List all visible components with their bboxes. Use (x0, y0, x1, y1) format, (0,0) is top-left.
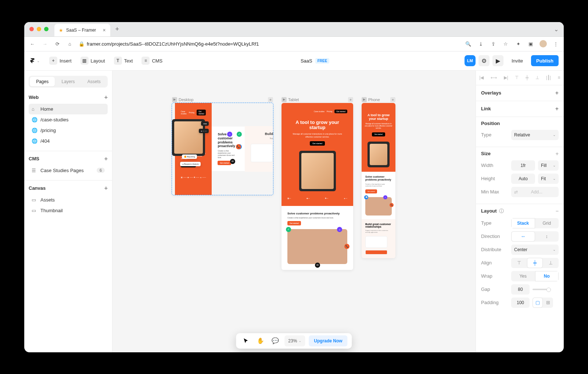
link-row[interactable]: Link+ (476, 101, 564, 117)
select-tool[interactable] (240, 335, 251, 346)
comment-tool[interactable]: 💬 (270, 335, 281, 346)
hand-tool[interactable]: ✋ (255, 335, 266, 346)
upgrade-button[interactable]: Upgrade Now (309, 335, 347, 346)
sidepanel-icon[interactable]: ▣ (527, 41, 534, 47)
frame-phone[interactable]: ▶Phone+ A tool to grow your startup Mana… (362, 96, 395, 258)
distribute-select[interactable]: Center⌄ (511, 245, 559, 255)
cms-row-case-studies[interactable]: ☰Case Studies Pages6 (29, 165, 108, 176)
distribute-v-icon[interactable]: ≡ (558, 75, 560, 80)
layout-stack-option[interactable]: Stack (511, 218, 535, 228)
page-row-home[interactable]: ⌂Home (29, 104, 108, 114)
overlays-row[interactable]: Overlays+ (476, 85, 564, 101)
collapse-layout-button[interactable]: − (556, 208, 559, 214)
publish-button[interactable]: Publish (531, 55, 559, 66)
url-field[interactable]: 🔒 framer.com/projects/SaaS--t8DOZ1CzUhHY… (79, 41, 259, 47)
add-link-button[interactable]: + (555, 106, 559, 112)
new-tab-button[interactable]: + (115, 25, 119, 33)
page-row-case-studies[interactable]: 🌐/case-studies (29, 114, 108, 125)
insert-button[interactable]: +Insert (46, 56, 75, 66)
align-top-icon[interactable]: ⊤ (515, 75, 519, 80)
reload-button[interactable]: ⟳ (54, 41, 61, 47)
padding-input[interactable]: 100 (511, 298, 530, 308)
search-icon[interactable]: 🔍 (465, 41, 472, 47)
back-button[interactable]: ← (29, 41, 36, 47)
zoom-control[interactable]: 23%⌄ (284, 335, 305, 346)
height-input[interactable]: Auto (511, 174, 535, 184)
settings-button[interactable]: ⚙ (478, 55, 490, 66)
position-type-select[interactable]: Relative⌄ (511, 130, 559, 140)
layout-grid-option[interactable]: Grid (535, 218, 559, 228)
frame-body[interactable]: Case studiesPricingGet started A tool to… (172, 103, 273, 195)
add-overlay-button[interactable]: + (555, 90, 559, 96)
frame-body[interactable]: Case studiesPricingGet started A tool to… (282, 103, 353, 270)
align-bottom-icon[interactable]: ⊥ (535, 75, 539, 80)
align-left-icon[interactable]: |◀ (479, 75, 484, 80)
preview-button[interactable]: ▶ (492, 55, 503, 66)
bookmark-icon[interactable]: ☆ (502, 41, 509, 47)
position-type-label: Type (481, 132, 508, 138)
align-middle-option[interactable]: ╪ (527, 258, 543, 268)
link-label: Link (481, 106, 491, 111)
frame-body[interactable]: A tool to grow your startup Manage all c… (362, 103, 395, 258)
align-top-option[interactable]: ⊤ (511, 258, 527, 268)
forward-button[interactable]: → (41, 41, 49, 47)
tab-layers[interactable]: Layers (55, 77, 80, 86)
canvas-row-thumbnail[interactable]: ▭Thumbnail (29, 205, 108, 216)
play-icon[interactable]: ▶ (282, 97, 287, 102)
invite-button[interactable]: Invite (506, 55, 528, 66)
canvas-area[interactable]: ▶Desktop+ Case studiesPricingGet started… (112, 71, 476, 352)
page-row-pricing[interactable]: 🌐/pricing (29, 125, 108, 136)
direction-vertical-option[interactable]: ↕ (535, 231, 559, 242)
add-size-button[interactable]: + (556, 151, 559, 157)
frame-tablet[interactable]: ▶Tablet+ Case studiesPricingGet started … (282, 96, 353, 270)
gap-slider[interactable] (533, 289, 551, 290)
text-button[interactable]: TText (111, 56, 136, 66)
frame-desktop[interactable]: ▶Desktop+ Case studiesPricingGet started… (172, 96, 273, 195)
user-avatar[interactable]: LM (465, 55, 476, 66)
play-icon[interactable]: ▶ (172, 97, 177, 102)
play-icon[interactable]: ▶ (362, 97, 367, 102)
layout-button[interactable]: ▥Layout (78, 56, 108, 66)
close-window-button[interactable] (29, 27, 34, 31)
install-icon[interactable]: ⤓ (477, 41, 484, 47)
tab-pages[interactable]: Pages (30, 77, 55, 86)
wrap-yes-option[interactable]: Yes (511, 271, 535, 281)
distribute-h-icon[interactable]: |┃| (546, 75, 551, 80)
align-middle-icon[interactable]: ╪ (526, 75, 529, 80)
tab-dropdown-icon[interactable]: ⌄ (554, 26, 559, 33)
close-tab-button[interactable]: × (103, 27, 105, 33)
add-cms-button[interactable]: + (104, 156, 108, 162)
cms-button[interactable]: ≡CMS (139, 56, 165, 66)
width-input[interactable]: 1fr (511, 160, 535, 171)
align-right-icon[interactable]: ▶| (504, 75, 508, 80)
minimize-window-button[interactable] (37, 27, 41, 31)
canvas-row-assets[interactable]: ▭Assets (29, 195, 108, 205)
minmax-input[interactable]: ⇄Add... (511, 187, 559, 197)
home-button[interactable]: ⌂ (66, 41, 74, 47)
framer-menu[interactable]: ⌄ (29, 58, 40, 64)
maximize-window-button[interactable] (44, 27, 49, 31)
add-page-button[interactable]: + (104, 94, 108, 101)
add-breakpoint-button[interactable]: + (348, 97, 353, 102)
tab-assets[interactable]: Assets (82, 77, 107, 86)
wrap-no-option[interactable]: No (535, 271, 559, 281)
align-bottom-option[interactable]: ⊥ (543, 258, 559, 268)
page-row-404[interactable]: 🌐/404 (29, 136, 108, 146)
menu-icon[interactable]: ⋮ (552, 41, 559, 47)
direction-horizontal-option[interactable]: ↔ (511, 231, 535, 242)
section-title: Build great customer relationships (251, 132, 273, 136)
width-mode-select[interactable]: Fill⌄ (538, 160, 559, 171)
height-mode-select[interactable]: Fit⌄ (538, 174, 559, 184)
add-canvas-button[interactable]: + (104, 185, 108, 192)
padding-uniform-option[interactable]: ▢ (533, 298, 543, 308)
add-breakpoint-button[interactable]: + (268, 97, 273, 102)
align-center-h-icon[interactable]: ⟷ (491, 75, 497, 80)
gap-input[interactable]: 80 (511, 284, 530, 295)
browser-tab[interactable]: ★ SaaS – Framer × (54, 24, 110, 36)
profile-avatar[interactable] (539, 40, 547, 47)
traffic-lights (29, 27, 49, 31)
share-icon[interactable]: ⇪ (490, 41, 497, 47)
add-breakpoint-button[interactable]: + (390, 97, 395, 102)
extensions-icon[interactable]: ✦ (514, 41, 522, 47)
padding-separate-option[interactable]: ⊞ (543, 298, 553, 308)
